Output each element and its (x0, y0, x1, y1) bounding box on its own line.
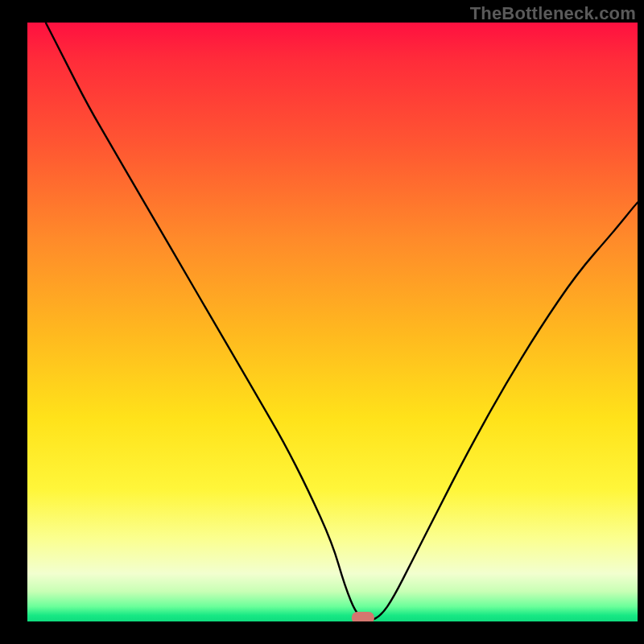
chart-frame: TheBottleneck.com (0, 0, 644, 644)
watermark-text: TheBottleneck.com (470, 3, 636, 24)
plot-area (27, 23, 638, 621)
minimum-marker (352, 612, 374, 621)
bottleneck-curve (27, 23, 638, 621)
curve-path (46, 23, 638, 620)
